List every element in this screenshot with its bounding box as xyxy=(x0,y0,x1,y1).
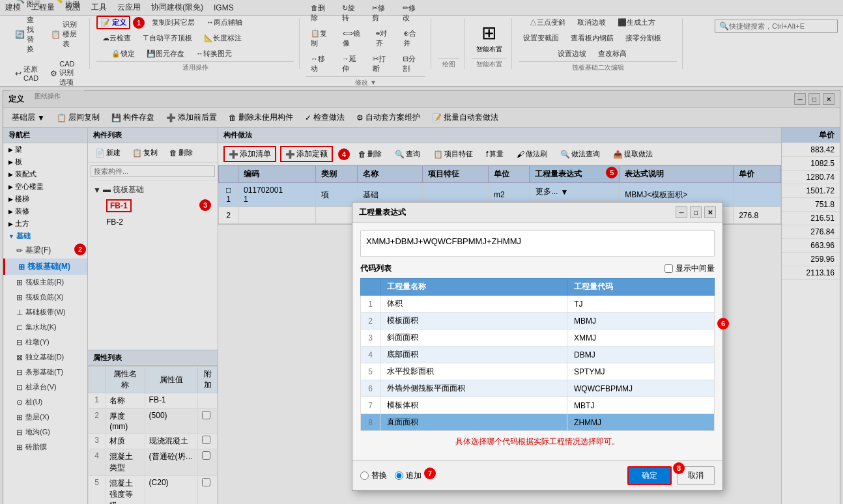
radio-append-label: 追加 xyxy=(406,470,422,481)
modal-formula-display[interactable]: XMMJ+DBMJ+WQWCFBPMMJ+ZHMMJ xyxy=(360,231,715,257)
formula-modal: 工程量表达式 ─ □ ✕ XMMJ+DBMJ+WQWCFBPMMJ+ZHMMJ … xyxy=(352,202,723,491)
show-intermediate-toggle[interactable]: 显示中间量 xyxy=(664,263,715,274)
code-row-6[interactable]: 6 外墙外侧筏板平面面积 WQWCFBPMMJ xyxy=(361,380,715,397)
radio-append[interactable]: 追加 7 xyxy=(395,470,422,481)
radio-replace[interactable]: 替换 xyxy=(360,470,387,481)
code-row-8[interactable]: 8 直面面积 ZHMMJ xyxy=(361,414,715,431)
confirm-label: 确定 xyxy=(642,471,657,480)
code-row-3[interactable]: 3 斜面面积 XMMJ xyxy=(361,329,715,346)
code-list-title: 代码列表 xyxy=(360,263,392,274)
num-circle-7: 7 xyxy=(424,468,436,479)
col-row-idx xyxy=(361,279,380,296)
modal-hint: 具体选择哪个代码根据实际工程情况选择即可。 xyxy=(360,431,715,453)
modal-titlebar: 工程量表达式 ─ □ ✕ xyxy=(352,203,722,223)
radio-append-input[interactable] xyxy=(395,471,403,480)
modal-body: XMMJ+DBMJ+WQWCFBPMMJ+ZHMMJ 代码列表 显示中间量 6 … xyxy=(352,223,722,460)
code-row-1[interactable]: 1 体积 TJ xyxy=(361,296,715,313)
col-qty-name: 工程量名称 xyxy=(380,279,567,296)
modal-code-header: 代码列表 显示中间量 xyxy=(360,263,715,274)
col-qty-code: 工程量代码 xyxy=(567,279,715,296)
modal-maximize[interactable]: □ xyxy=(690,206,702,218)
modal-minimize[interactable]: ─ xyxy=(676,206,687,218)
code-row-2[interactable]: 2 模板面积 MBMJ xyxy=(361,313,715,329)
code-row-7[interactable]: 7 模板体积 MBTJ xyxy=(361,397,715,414)
modal-title: 工程量表达式 xyxy=(359,207,406,218)
code-row-4[interactable]: 4 底部面积 DBMJ xyxy=(361,346,715,363)
radio-replace-input[interactable] xyxy=(360,471,369,480)
intermediate-checkbox[interactable] xyxy=(664,264,673,273)
btn-confirm[interactable]: 确定 8 xyxy=(627,466,672,485)
modal-footer: 替换 追加 7 确定 8 取消 xyxy=(352,460,722,490)
code-table-header: 工程量名称 工程量代码 xyxy=(361,279,715,296)
modal-close[interactable]: ✕ xyxy=(704,206,716,218)
num-circle-8: 8 xyxy=(673,462,685,474)
intermediate-label: 显示中间量 xyxy=(676,263,715,274)
num-circle-6: 6 xyxy=(717,318,729,329)
cancel-label: 取消 xyxy=(688,471,704,480)
code-row-5[interactable]: 5 水平投影面积 SPTYMJ xyxy=(361,363,715,380)
radio-replace-label: 替换 xyxy=(371,470,387,481)
code-table: 工程量名称 工程量代码 1 体积 TJ 2 模板面积 MBMJ 3 斜面面积 xyxy=(360,278,715,431)
